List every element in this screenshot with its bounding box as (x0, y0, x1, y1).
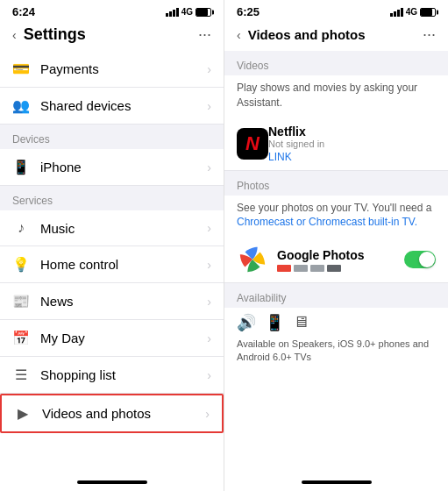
section-availability: Availability (224, 283, 448, 308)
toggle-knob (419, 252, 435, 267)
google-photos-icon (237, 244, 268, 275)
left-panel: 6:24 4G ‹ Settings ··· 💳 Payments › 👥 (0, 0, 224, 491)
left-home-indicator (77, 480, 147, 484)
menu-item-shopping-list[interactable]: ☰ Shopping list › (0, 357, 224, 394)
videos-photos-icon: ▶ (14, 405, 32, 422)
google-photos-toggle[interactable] (404, 251, 436, 268)
section-photos: Photos (224, 171, 448, 196)
google-photos-colors (277, 265, 404, 272)
left-more-button[interactable]: ··· (198, 25, 211, 44)
payments-icon: 💳 (12, 60, 30, 77)
shared-devices-icon: 👥 (12, 97, 30, 114)
music-icon: ♪ (12, 220, 30, 236)
right-battery (420, 8, 436, 17)
left-battery (196, 8, 211, 17)
right-time: 6:25 (237, 5, 260, 18)
right-panel: 6:25 4G ‹ Videos and photos ··· Videos P… (224, 0, 448, 491)
iphone-icon: 📱 (12, 159, 30, 175)
availability-text: Available on Speakers, iOS 9.0+ phones a… (224, 338, 448, 372)
section-services: Services (0, 186, 224, 210)
phone-icon: 📱 (265, 313, 284, 332)
netflix-link-button[interactable]: LINK (268, 151, 436, 163)
music-label: Music (40, 221, 75, 236)
tv-icon: 🖥 (293, 313, 309, 331)
shared-devices-label: Shared devices (40, 98, 131, 113)
news-label: News (40, 294, 74, 309)
right-header-title: Videos and photos (248, 27, 366, 42)
right-status-bar: 6:25 4G (224, 0, 448, 22)
chromecast-link[interactable]: Chromecast or Chromecast built-in TV. (237, 216, 417, 228)
left-status-icons: 4G (166, 7, 211, 17)
left-back-button[interactable]: ‹ (12, 28, 17, 42)
photos-description: See your photos on your TV. You'll need … (224, 196, 448, 238)
left-status-bar: 6:24 4G (0, 0, 224, 22)
iphone-chevron: › (207, 160, 211, 174)
right-home-indicator (302, 480, 372, 484)
color-gray1 (294, 265, 308, 272)
iphone-label: iPhone (40, 160, 82, 174)
right-bottom-bar (224, 473, 448, 491)
shopping-list-icon: ☰ (12, 366, 30, 383)
shopping-list-chevron: › (207, 368, 211, 382)
section-videos: Videos (224, 51, 448, 75)
news-chevron: › (207, 295, 211, 309)
home-control-label: Home control (40, 257, 118, 272)
left-bottom-bar (0, 473, 224, 491)
right-header: ‹ Videos and photos ··· (224, 22, 448, 51)
videos-photos-chevron: › (205, 407, 210, 421)
right-lte: 4G (406, 7, 417, 17)
music-chevron: › (207, 221, 211, 235)
menu-item-payments[interactable]: 💳 Payments › (0, 51, 224, 88)
home-control-chevron: › (207, 258, 211, 272)
left-signal-bars (166, 8, 179, 17)
photos-desc-text: See your photos on your TV. You'll need … (237, 202, 431, 214)
shared-devices-chevron: › (207, 99, 211, 113)
left-lte: 4G (181, 7, 193, 17)
menu-item-my-day[interactable]: 📅 My Day › (0, 320, 224, 357)
netflix-icon: N (237, 128, 268, 160)
left-header-title: Settings (24, 25, 86, 44)
my-day-label: My Day (40, 331, 85, 345)
videos-photos-label: Videos and photos (42, 406, 151, 421)
payments-label: Payments (40, 61, 99, 76)
color-dark (327, 265, 341, 272)
payments-chevron: › (207, 62, 211, 76)
right-status-icons: 4G (390, 7, 436, 17)
menu-item-news[interactable]: 📰 News › (0, 283, 224, 320)
google-photos-svg (237, 244, 268, 275)
left-time: 6:24 (12, 5, 35, 18)
shopping-list-label: Shopping list (40, 367, 116, 382)
right-more-button[interactable]: ··· (423, 25, 436, 44)
netflix-info: Netflix Not signed in LINK (268, 125, 436, 163)
home-control-icon: 💡 (12, 256, 30, 273)
menu-item-videos-photos[interactable]: ▶ Videos and photos › (0, 394, 224, 433)
google-photos-info: Google Photos (277, 248, 404, 272)
color-red (277, 265, 291, 272)
videos-description: Play shows and movies by asking your Ass… (224, 75, 448, 117)
netflix-row: N Netflix Not signed in LINK (224, 117, 448, 171)
google-photos-row: Google Photos (224, 237, 448, 282)
menu-item-iphone[interactable]: 📱 iPhone › (0, 149, 224, 186)
netflix-name: Netflix (268, 125, 436, 139)
my-day-icon: 📅 (12, 330, 30, 346)
right-signal-bars (390, 8, 403, 17)
my-day-chevron: › (207, 331, 211, 345)
color-gray2 (310, 265, 324, 272)
google-photos-name: Google Photos (277, 248, 404, 262)
netflix-status: Not signed in (268, 139, 436, 149)
section-devices: Devices (0, 125, 224, 149)
menu-item-shared-devices[interactable]: 👥 Shared devices › (0, 88, 224, 125)
news-icon: 📰 (12, 293, 30, 310)
right-back-button[interactable]: ‹ (237, 28, 241, 42)
menu-item-music[interactable]: ♪ Music › (0, 210, 224, 246)
menu-item-home-control[interactable]: 💡 Home control › (0, 246, 224, 283)
speaker-icon: 🔊 (237, 313, 256, 332)
availability-icons-row: 🔊 📱 🖥 (224, 308, 448, 338)
left-header: ‹ Settings ··· (0, 22, 224, 51)
